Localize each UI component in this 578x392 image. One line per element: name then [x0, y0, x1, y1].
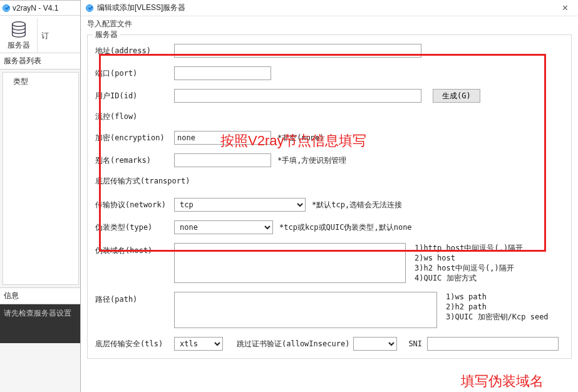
sni-input[interactable]	[427, 337, 559, 351]
tls-select[interactable]: xtls	[174, 337, 223, 351]
server-list-label: 服务器列表	[0, 53, 81, 70]
group-legend: 服务器	[93, 29, 120, 40]
network-select[interactable]: tcp	[174, 198, 306, 212]
servers-icon	[9, 20, 28, 39]
server-tree: 类型	[3, 72, 79, 285]
label-network: 传输协议(network)	[95, 200, 174, 210]
label-transport: 底层传输方式(transport)	[95, 176, 190, 187]
host-textarea[interactable]	[174, 243, 406, 283]
main-window-background: v2rayN - V4.1 服务器 订 服务器列表 类型 信息 请先检查服务器设…	[0, 0, 81, 392]
label-allow-insecure: 跳过证书验证(allowInsecure)	[237, 339, 349, 349]
dialog-title-bar: 编辑或添加[VLESS]服务器 ×	[81, 0, 578, 16]
svg-point-0	[12, 22, 25, 27]
label-encryption: 加密(encryption)	[95, 133, 174, 143]
label-address: 地址(address)	[95, 46, 174, 56]
toolbar-sub-label[interactable]: 订	[41, 31, 63, 41]
status-bar: 请先检查服务器设置	[0, 304, 81, 343]
generate-button[interactable]: 生成(G)	[433, 89, 480, 103]
status-text: 请先检查服务器设置	[4, 309, 71, 317]
hint-remarks: *手填,方便识别管理	[277, 155, 346, 166]
label-port: 端口(port)	[95, 68, 174, 79]
hint-network: *默认tcp,选错会无法连接	[312, 200, 402, 210]
toolbar-servers-label[interactable]: 服务器	[0, 40, 37, 51]
tree-column-header: 类型	[6, 75, 76, 88]
label-id: 用户ID(id)	[95, 91, 174, 101]
hint-type: *tcp或kcp或QUIC伪装类型,默认none	[279, 222, 412, 233]
hint-host-4: 4)QUIC 加密方式	[415, 273, 523, 283]
label-remarks: 别名(remarks)	[95, 155, 174, 166]
label-path: 路径(path)	[95, 292, 174, 305]
hint-path-1: 1)ws path	[446, 292, 549, 302]
dialog-icon	[86, 4, 93, 12]
close-button[interactable]: ×	[557, 3, 573, 14]
hint-host-3: 3)h2 host中间逗号(,)隔开	[415, 263, 523, 273]
dialog-title: 编辑或添加[VLESS]服务器	[97, 3, 185, 13]
label-host: 伪装域名(host)	[95, 243, 174, 256]
main-toolbar: 服务器 订	[0, 16, 81, 53]
encryption-input[interactable]	[174, 131, 271, 145]
path-textarea[interactable]	[174, 292, 437, 328]
app-icon	[3, 4, 10, 12]
hint-path-2: 2)h2 path	[446, 302, 549, 312]
allow-insecure-select[interactable]	[353, 337, 397, 351]
info-label: 信息	[0, 287, 81, 304]
main-title-bar: v2rayN - V4.1	[0, 1, 81, 16]
hint-host-1: 1)http host中间逗号(,)隔开	[415, 243, 523, 253]
import-config-menu[interactable]: 导入配置文件	[81, 16, 578, 32]
server-group: 服务器 地址(address) 端口(port) 用户ID(id) 生成(G) …	[87, 34, 572, 359]
type-select[interactable]: none	[174, 220, 273, 234]
label-type: 伪装类型(type)	[95, 222, 174, 233]
remarks-input[interactable]	[174, 153, 271, 167]
label-tls: 底层传输安全(tls)	[95, 339, 174, 349]
hint-host-2: 2)ws host	[415, 253, 523, 263]
hint-encryption: *非空(none)	[277, 133, 324, 143]
label-flow: 流控(flow)	[95, 111, 174, 122]
app-title: v2rayN - V4.1	[13, 4, 58, 13]
hint-path-3: 3)QUIC 加密密钥/Kcp seed	[446, 312, 549, 322]
id-input[interactable]	[174, 89, 421, 103]
port-input[interactable]	[174, 66, 271, 80]
label-sni: SNI	[408, 339, 422, 348]
vless-server-dialog: 编辑或添加[VLESS]服务器 × 导入配置文件 服务器 地址(address)…	[80, 0, 578, 392]
address-input[interactable]	[174, 44, 421, 58]
